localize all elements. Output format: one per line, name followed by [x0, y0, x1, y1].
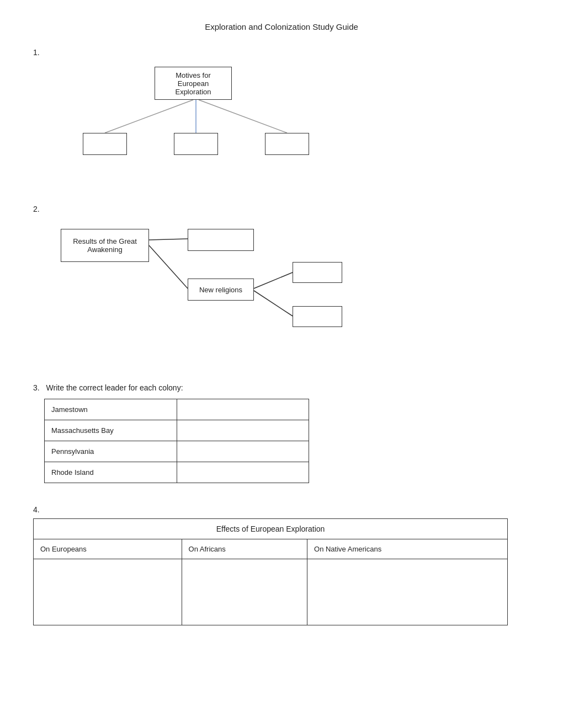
colony-name-2: Pennsylvania: [45, 441, 177, 462]
diagram1-child2-box: [174, 133, 218, 155]
colony-table: JamestownMassachusetts BayPennsylvaniaRh…: [44, 399, 309, 483]
section-3: 3. Write the correct leader for each col…: [33, 383, 530, 483]
colony-leader-1: [177, 420, 309, 441]
diagram2-child2-box: New religions: [188, 279, 254, 301]
svg-line-5: [254, 272, 293, 288]
colony-name-3: Rhode Island: [45, 462, 177, 483]
colony-name-0: Jamestown: [45, 399, 177, 420]
effects-cell-europeans: [34, 559, 182, 625]
effects-table-title: Effects of European Exploration: [34, 519, 508, 539]
diagram2-root-box: Results of the Great Awakening: [61, 229, 149, 262]
colony-row-0: Jamestown: [45, 399, 309, 420]
section-3-text: Write the correct leader for each colony…: [46, 383, 183, 392]
diagram2-grandchild1-box: [293, 262, 342, 283]
section-3-number: 3.: [33, 383, 40, 392]
diagram1-root-box: Motives for European Exploration: [155, 67, 232, 100]
section-3-instruction: 3. Write the correct leader for each col…: [33, 383, 530, 392]
colony-leader-2: [177, 441, 309, 462]
section-4-number: 4.: [33, 505, 530, 514]
diagram1-child3-box: [265, 133, 309, 155]
page-title: Exploration and Colonization Study Guide: [33, 22, 530, 31]
section-2: 2. Results of the Great Awakening New re…: [33, 205, 530, 350]
colony-row-3: Rhode Island: [45, 462, 309, 483]
svg-line-6: [254, 291, 293, 316]
colony-row-2: Pennsylvania: [45, 441, 309, 462]
effects-col-header-2: On Native Americans: [307, 539, 508, 559]
svg-line-4: [149, 245, 188, 288]
effects-table: Effects of European Exploration On Europ…: [33, 518, 508, 625]
colony-leader-3: [177, 462, 309, 483]
diagram1-child1-box: [83, 133, 127, 155]
colony-name-1: Massachusetts Bay: [45, 420, 177, 441]
diagram2-grandchild2-box: [293, 306, 342, 327]
effects-cell-africans: [182, 559, 307, 625]
section-4: 4. Effects of European Exploration On Eu…: [33, 505, 530, 625]
diagram2-child1-box: [188, 229, 254, 251]
section-2-number: 2.: [33, 205, 530, 213]
svg-line-2: [199, 100, 287, 133]
diagram-2: Results of the Great Awakening New relig…: [55, 218, 386, 350]
effects-data-row: [34, 559, 508, 625]
section-1: 1. Motives for European Exploration: [33, 48, 530, 183]
effects-cell-native-americans: [307, 559, 508, 625]
effects-col-header-1: On Africans: [182, 539, 307, 559]
section-1-number: 1.: [33, 48, 530, 57]
colony-row-1: Massachusetts Bay: [45, 420, 309, 441]
svg-line-0: [105, 100, 193, 133]
colony-leader-0: [177, 399, 309, 420]
diagram-1: Motives for European Exploration: [66, 61, 397, 183]
svg-line-3: [149, 239, 188, 240]
effects-col-header-0: On Europeans: [34, 539, 182, 559]
